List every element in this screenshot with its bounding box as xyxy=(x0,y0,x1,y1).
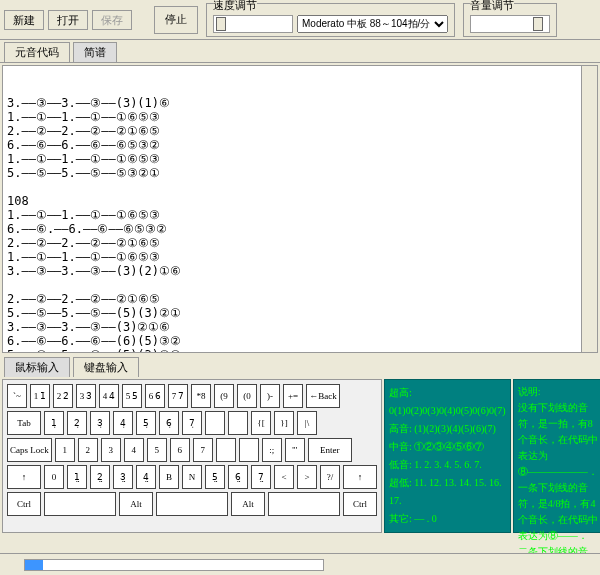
key[interactable]: 2 xyxy=(78,438,98,462)
key[interactable]: 5̣ xyxy=(136,411,156,435)
open-button[interactable]: 打开 xyxy=(48,10,88,30)
key[interactable]: B xyxy=(159,465,179,489)
tab-score[interactable]: 简谱 xyxy=(73,42,117,62)
editor-line[interactable]: 1.――①――1.――①――①⑥⑤③ xyxy=(7,208,593,222)
key[interactable]: 3 xyxy=(101,438,121,462)
editor-line[interactable]: 5.――⑤――5.――⑤――⑤③②① xyxy=(7,166,593,180)
key[interactable]: 3̣ xyxy=(90,411,110,435)
tempo-label: 速度调节 xyxy=(213,0,257,11)
volume-label: 音量调节 xyxy=(470,0,514,11)
editor-line[interactable] xyxy=(7,278,593,292)
key[interactable] xyxy=(228,411,248,435)
key[interactable]: < xyxy=(274,465,294,489)
key[interactable] xyxy=(268,492,340,516)
key[interactable]: 2 2̇ xyxy=(53,384,73,408)
editor-line[interactable]: 1.――①――1.――①――①⑥⑤③ xyxy=(7,110,593,124)
key[interactable] xyxy=(205,411,225,435)
editor-line[interactable]: 2.――②――2.――②――②①⑥⑤ xyxy=(7,124,593,138)
key[interactable]: Caps Lock xyxy=(7,438,52,462)
progress-bar xyxy=(24,559,324,571)
tab-keyboard-input[interactable]: 键盘输入 xyxy=(73,357,139,377)
tempo-select[interactable]: Moderato 中板 88～104拍/分 xyxy=(297,15,448,33)
scrollbar-v[interactable] xyxy=(581,66,597,352)
new-button[interactable]: 新建 xyxy=(4,10,44,30)
editor-line[interactable]: 3.――③――3.――③――(3)②①⑥ xyxy=(7,320,593,334)
key[interactable]: 7 7̇ xyxy=(168,384,188,408)
key[interactable]: 4̤ xyxy=(136,465,156,489)
key[interactable]: 5̤ xyxy=(205,465,225,489)
key[interactable]: `~ xyxy=(7,384,27,408)
key[interactable]: 6̣ xyxy=(159,411,179,435)
key[interactable]: :; xyxy=(262,438,282,462)
key[interactable]: > xyxy=(297,465,317,489)
key[interactable]: 5 5̇ xyxy=(122,384,142,408)
editor-line[interactable]: 1.――①――1.――①――①⑥⑤③ xyxy=(7,152,593,166)
key[interactable]: ↑ xyxy=(343,465,377,489)
key[interactable]: 5 xyxy=(147,438,167,462)
key[interactable]: 6̤ xyxy=(228,465,248,489)
key[interactable]: (0 xyxy=(237,384,257,408)
key[interactable]: Ctrl xyxy=(343,492,377,516)
key[interactable]: 1 1̇ xyxy=(30,384,50,408)
key[interactable]: )- xyxy=(260,384,280,408)
key[interactable]: 6 6̇ xyxy=(145,384,165,408)
tab-mouse-input[interactable]: 鼠标输入 xyxy=(4,357,70,377)
editor-line[interactable]: 3.――③――3.――③――(3)(1)⑥ xyxy=(7,96,593,110)
key[interactable]: Enter xyxy=(308,438,352,462)
code-editor[interactable]: 3.――③――3.――③――(3)(1)⑥1.――①――1.――①――①⑥⑤③2… xyxy=(2,65,598,353)
key[interactable]: 1̤ xyxy=(67,465,87,489)
editor-line[interactable]: 6.――⑥――6.――⑥――(6)(5)③② xyxy=(7,334,593,348)
key[interactable]: *8 xyxy=(191,384,211,408)
tempo-slider[interactable] xyxy=(213,15,293,33)
key[interactable]: += xyxy=(283,384,303,408)
key[interactable]: "' xyxy=(285,438,305,462)
editor-line[interactable]: 5.――⑤――5.――⑤――(5)(3)②① xyxy=(7,306,593,320)
key[interactable]: 1 xyxy=(55,438,75,462)
key[interactable] xyxy=(216,438,236,462)
editor-line[interactable]: 5.――⑤――5.――⑤――(5)(3)②① xyxy=(7,348,593,353)
key[interactable]: 7 xyxy=(193,438,213,462)
key[interactable]: 2̣ xyxy=(67,411,87,435)
key[interactable]: 7̤ xyxy=(251,465,271,489)
key[interactable] xyxy=(44,492,116,516)
key[interactable]: {[ xyxy=(251,411,271,435)
save-button: 保存 xyxy=(92,10,132,30)
key[interactable]: 3̤ xyxy=(113,465,133,489)
editor-line[interactable]: 2.――②――2.――②――②①⑥⑤ xyxy=(7,236,593,250)
stop-button[interactable]: 停止 xyxy=(154,6,198,34)
key[interactable]: 1̣ xyxy=(44,411,64,435)
virtual-keyboard: `~1 1̇2 2̇3 3̇4 4̇5 5̇6 6̇7 7̇*8(9(0)-+=… xyxy=(2,379,382,533)
volume-slider[interactable] xyxy=(470,15,550,33)
editor-line[interactable]: 2.――②――2.――②――②①⑥⑤ xyxy=(7,292,593,306)
key[interactable]: |\ xyxy=(297,411,317,435)
key[interactable] xyxy=(239,438,259,462)
key[interactable]: 4̣ xyxy=(113,411,133,435)
key[interactable]: Tab xyxy=(7,411,41,435)
editor-line[interactable]: 6.――⑥――6.――⑥――⑥⑤③② xyxy=(7,138,593,152)
key[interactable] xyxy=(156,492,228,516)
key[interactable]: ←Back xyxy=(306,384,340,408)
key[interactable]: }] xyxy=(274,411,294,435)
key[interactable]: ?/ xyxy=(320,465,340,489)
key[interactable]: Ctrl xyxy=(7,492,41,516)
tab-source[interactable]: 元音代码 xyxy=(4,42,70,62)
key[interactable]: 3 3̇ xyxy=(76,384,96,408)
editor-line[interactable]: 108 xyxy=(7,194,593,208)
editor-line[interactable]: 3.――③――3.――③――(3)(2)①⑥ xyxy=(7,264,593,278)
key[interactable]: 7̣ xyxy=(182,411,202,435)
key[interactable]: 4 xyxy=(124,438,144,462)
key[interactable]: N xyxy=(182,465,202,489)
key[interactable]: 6 xyxy=(170,438,190,462)
editor-line[interactable]: 6.――⑥.――6.――⑥――⑥⑤③② xyxy=(7,222,593,236)
status-bar xyxy=(0,553,600,575)
key[interactable]: 4 4̇ xyxy=(99,384,119,408)
volume-group: 音量调节 xyxy=(463,3,557,37)
key[interactable]: 0 xyxy=(44,465,64,489)
key[interactable]: ↑ xyxy=(7,465,41,489)
key[interactable]: Alt xyxy=(119,492,153,516)
editor-line[interactable]: 1.――①――1.――①――①⑥⑤③ xyxy=(7,250,593,264)
key[interactable]: (9 xyxy=(214,384,234,408)
key[interactable]: Alt xyxy=(231,492,265,516)
editor-line[interactable] xyxy=(7,180,593,194)
key[interactable]: 2̤ xyxy=(90,465,110,489)
